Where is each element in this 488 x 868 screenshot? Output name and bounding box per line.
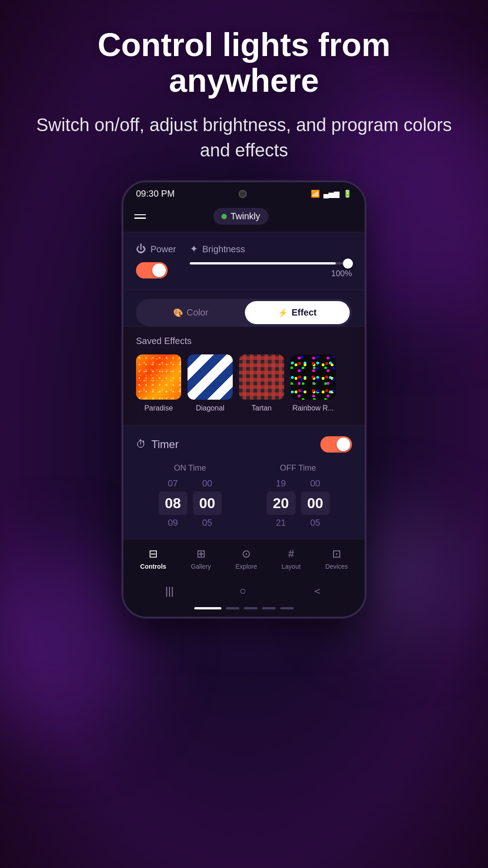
explore-icon: ⊙: [242, 547, 251, 560]
home-button[interactable]: ○: [230, 582, 255, 600]
devices-label: Devices: [325, 563, 348, 570]
effect-thumb-tartan: [239, 354, 284, 400]
camera-indicator: [239, 190, 247, 198]
off-time-label: OFF Time: [280, 463, 316, 473]
nav-item-layout[interactable]: # Layout: [274, 546, 308, 572]
bottom-nav: ⊟ Controls ⊞ Gallery ⊙ Explore # Layout …: [123, 539, 365, 576]
devices-icon: ⊡: [332, 547, 341, 560]
layout-label: Layout: [282, 563, 300, 570]
saved-effects-section: Saved Effects Paradise: [123, 327, 365, 425]
on-min-col[interactable]: 00 00 05: [193, 478, 222, 528]
effect-thumb-paradise: [136, 354, 181, 400]
gallery-label: Gallery: [191, 563, 211, 570]
page-dot-1: [226, 607, 239, 609]
tab-effect[interactable]: ⚡ Effect: [245, 301, 350, 324]
off-time-group: OFF Time 19 20 21 00 00 05: [267, 463, 330, 528]
nav-item-explore[interactable]: ⊙ Explore: [228, 546, 264, 572]
page-dot-4: [280, 607, 294, 609]
on-min-prev: 00: [202, 478, 212, 489]
effect-name-paradise: Paradise: [144, 404, 173, 412]
gallery-icon: ⊞: [197, 547, 206, 560]
nav-item-controls[interactable]: ⊟ Controls: [133, 546, 174, 572]
power-icon: ⏻: [136, 243, 146, 255]
page-indicators: [123, 607, 365, 617]
effect-thumb-rainbow: [291, 354, 336, 400]
saved-effects-title: Saved Effects: [136, 336, 352, 346]
effect-name-tartan: Tartan: [252, 404, 272, 412]
on-hour-prev: 07: [168, 478, 178, 489]
phone-mockup: 09:30 PM 📶 ▄▅▆ 🔋 Twinkly: [122, 181, 366, 618]
controls-icon: ⊟: [149, 547, 158, 560]
on-time-label: ON Time: [174, 463, 206, 473]
nav-item-devices[interactable]: ⊡ Devices: [318, 546, 355, 572]
slider-fill: [190, 262, 336, 264]
list-item[interactable]: Rainbow R...: [291, 354, 336, 412]
status-time: 09:30 PM: [136, 189, 175, 199]
recent-apps-button[interactable]: |||: [156, 582, 183, 600]
timer-label-text: Timer: [151, 438, 178, 451]
page-subtitle: Switch on/off, adjust brightness, and pr…: [36, 112, 452, 163]
power-group: ⏻ Power: [136, 243, 176, 278]
on-hour-col[interactable]: 07 08 09: [159, 478, 188, 528]
on-hour-current: 08: [159, 491, 188, 515]
on-min-current: 00: [193, 491, 222, 515]
on-time-group: ON Time 07 08 09 00 00 05: [159, 463, 222, 528]
timer-header: ⏱ Timer: [136, 436, 352, 453]
device-badge[interactable]: Twinkly: [213, 208, 268, 225]
layout-icon: #: [288, 547, 294, 560]
effect-name-rainbow: Rainbow R...: [292, 404, 334, 412]
list-item[interactable]: Paradise: [136, 354, 181, 412]
page-dot-0: [194, 607, 221, 609]
status-bar: 09:30 PM 📶 ▄▅▆ 🔋: [123, 182, 365, 203]
wifi-icon: 📶: [311, 189, 320, 198]
effect-thumb-diagonal: [188, 354, 233, 400]
power-label: Power: [150, 244, 176, 255]
battery-icon: 🔋: [343, 189, 352, 198]
brightness-group: ✦ Brightness 100%: [190, 243, 352, 278]
off-hour-col[interactable]: 19 20 21: [267, 478, 296, 528]
color-tab-icon: 🎨: [173, 308, 183, 318]
toggle-thumb: [152, 264, 166, 277]
power-brightness-section: ⏻ Power ✦ Brightness: [123, 232, 365, 290]
off-hour-prev: 19: [276, 478, 286, 489]
color-tab-label: Color: [187, 307, 208, 318]
tabs-row: 🎨 Color ⚡ Effect: [136, 299, 352, 326]
off-min-col[interactable]: 00 00 05: [301, 478, 330, 528]
explore-label: Explore: [235, 563, 257, 570]
status-icons: 📶 ▄▅▆ 🔋: [311, 189, 352, 198]
brightness-icon: ✦: [190, 243, 198, 255]
device-name: Twinkly: [230, 211, 260, 222]
brightness-label: Brightness: [202, 244, 245, 255]
effect-tab-label: Effect: [291, 307, 317, 318]
page-dot-3: [262, 607, 276, 609]
timer-icon: ⏱: [136, 439, 146, 450]
effect-tab-icon: ⚡: [278, 308, 288, 318]
connection-status-dot: [221, 214, 227, 219]
slider-thumb: [343, 259, 353, 269]
off-min-next: 05: [310, 518, 320, 528]
back-button[interactable]: ＜: [303, 581, 332, 601]
timer-toggle-thumb: [337, 438, 350, 451]
hamburger-menu[interactable]: [134, 214, 146, 219]
signal-icon: ▄▅▆: [324, 189, 339, 198]
tab-color[interactable]: 🎨 Color: [138, 301, 243, 324]
brightness-slider-container[interactable]: [190, 262, 352, 264]
nav-item-gallery[interactable]: ⊞ Gallery: [183, 546, 218, 572]
list-item[interactable]: Tartan: [239, 354, 284, 412]
on-hour-next: 09: [168, 518, 178, 528]
off-min-current: 00: [301, 491, 330, 515]
off-min-prev: 00: [310, 478, 320, 489]
on-min-next: 05: [202, 518, 212, 528]
page-title: Control lights from anywhere: [36, 27, 452, 99]
list-item[interactable]: Diagonal: [188, 354, 233, 412]
effect-name-diagonal: Diagonal: [196, 404, 224, 412]
effects-grid: Paradise Diagonal: [136, 354, 352, 412]
timer-section: ⏱ Timer ON Time 07 08 09: [123, 425, 365, 539]
system-nav: ||| ○ ＜: [123, 576, 365, 607]
timer-toggle[interactable]: [320, 436, 352, 453]
top-nav: Twinkly: [123, 203, 365, 232]
tabs-section: 🎨 Color ⚡ Effect: [123, 290, 365, 327]
slider-track: [190, 262, 352, 264]
brightness-value: 100%: [190, 269, 352, 278]
power-toggle[interactable]: [136, 262, 168, 278]
